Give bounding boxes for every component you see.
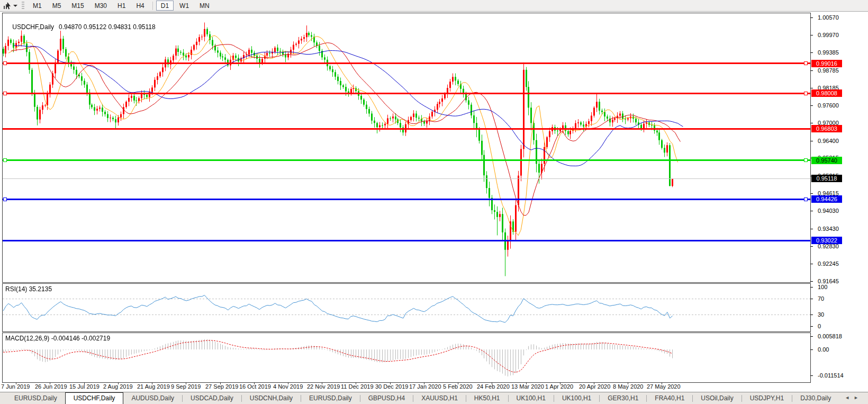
chart-tab-eurusd-daily-5[interactable]: EURUSD,Daily <box>301 393 360 404</box>
price-tick-mark <box>810 88 813 88</box>
timeframe-button-d1[interactable]: D1 <box>156 1 174 11</box>
price-tick-mark <box>810 35 813 35</box>
price-tick-mark <box>810 70 813 71</box>
chart-tab-audusd-daily-2[interactable]: AUDUSD,Daily <box>123 393 182 404</box>
macd-label: MACD(12,26,9) -0.004146 -0.002719 <box>5 335 110 342</box>
price-level-line-0.93022[interactable] <box>3 240 810 241</box>
current-price-line <box>3 178 810 179</box>
chart-tab-uk100-h1-10[interactable]: UK100,H1 <box>554 393 599 404</box>
rsi-tick: 100 <box>818 284 827 290</box>
date-label: 13 Mar 2020 <box>511 383 544 390</box>
timeframe-button-w1[interactable]: W1 <box>175 1 194 11</box>
price-level-line-0.96803[interactable] <box>3 128 810 130</box>
price-level-line-0.9574[interactable] <box>3 159 810 161</box>
price-tick: 0.99970 <box>818 32 839 38</box>
timeframe-button-mn[interactable]: MN <box>195 1 214 11</box>
chart-tab-usdcad-daily-3[interactable]: USDCAD,Daily <box>183 393 241 404</box>
timeframe-button-m5[interactable]: M5 <box>48 1 66 11</box>
price-level-line-0.99016[interactable] <box>3 62 810 64</box>
line-handle[interactable] <box>3 61 7 65</box>
chart-tab-usdcnh-daily-4[interactable]: USDCNH,Daily <box>242 393 301 404</box>
chart-tab-usdchf-daily-1[interactable]: USDCHF,Daily <box>65 392 124 404</box>
date-label: 1 Apr 2020 <box>545 383 573 390</box>
rsi-tick-mark <box>810 287 813 288</box>
date-label: 26 Jun 2019 <box>35 383 67 390</box>
macd-canvas[interactable] <box>3 333 810 382</box>
chart-tab-usoil-daily-13[interactable]: USOil,Daily <box>693 393 741 404</box>
toolbar: M1M5M15M30H1H4D1W1MN <box>0 0 868 12</box>
price-tick: 0.98785 <box>818 68 839 74</box>
toolbar-grip[interactable] <box>22 2 24 10</box>
line-handle[interactable] <box>3 197 7 201</box>
date-label: 20 Apr 2020 <box>579 383 610 390</box>
chart-tab-eurusd-daily-0[interactable]: EURUSD,Daily <box>6 393 65 404</box>
rsi-tick-mark <box>810 326 813 327</box>
price-badge-0.95740: 0.95740 <box>811 157 842 164</box>
timeframe-button-m1[interactable]: M1 <box>28 1 47 11</box>
timeframe-button-h1[interactable]: H1 <box>113 1 130 11</box>
line-handle[interactable] <box>3 158 7 162</box>
line-handle[interactable] <box>3 92 7 95</box>
line-handle[interactable] <box>804 158 808 162</box>
tab-scroll-right-icon[interactable]: ► <box>854 395 863 400</box>
date-label: 22 Nov 2019 <box>307 383 340 390</box>
macd-tick-mark <box>810 375 813 376</box>
rsi-tick: 70 <box>818 296 824 302</box>
price-tick-mark <box>810 246 813 247</box>
chart-tab-usdjpy-h1-14[interactable]: USDJPY,H1 <box>742 393 792 404</box>
macd-tick: 0.00 <box>818 347 829 353</box>
price-tick-mark <box>810 211 813 211</box>
rsi-tick: 0 <box>818 324 821 329</box>
price-tick-mark <box>810 141 813 141</box>
chart-tab-fra40-h1-12[interactable]: FRA40,H1 <box>647 393 692 404</box>
chart-tab-ger30-h1-11[interactable]: GER30,H1 <box>600 393 646 404</box>
price-tick: 0.93430 <box>818 226 839 232</box>
price-tick-mark <box>810 264 813 264</box>
price-tick: 0.94030 <box>818 208 839 214</box>
price-badge-0.96803: 0.96803 <box>811 125 842 132</box>
rsi-tick-mark <box>810 299 813 299</box>
timeframe-button-group: M1M5M15M30H1H4D1W1MN <box>28 1 215 11</box>
date-label: 21 Aug 2019 <box>137 383 170 390</box>
date-label: 9 Sep 2019 <box>171 383 201 390</box>
price-level-line-0.98008[interactable] <box>3 93 810 94</box>
date-label: 15 Jul 2019 <box>69 383 100 390</box>
line-handle[interactable] <box>804 197 808 201</box>
chevron-down-icon[interactable] <box>13 5 17 7</box>
date-label: 27 Sep 2019 <box>205 383 238 390</box>
price-badge-0.99016: 0.99016 <box>811 60 842 67</box>
timeframe-button-m15[interactable]: M15 <box>67 1 88 11</box>
date-label: 7 Jun 2019 <box>1 383 30 390</box>
price-tick: 0.99385 <box>818 50 839 56</box>
chart-tab-gbpusd-h4-6[interactable]: GBPUSD,H4 <box>360 393 413 404</box>
line-handle[interactable] <box>804 61 808 65</box>
price-badge-0.93022: 0.93022 <box>811 237 842 244</box>
price-level-line-0.94426[interactable] <box>3 199 810 200</box>
tab-scroll-left-icon[interactable]: ◄ <box>845 395 854 400</box>
chart-title: USDCHF,Daily0.94870 0.95122 0.94831 0.95… <box>5 16 156 38</box>
price-badge-0.98008: 0.98008 <box>811 89 842 97</box>
price-tick-mark <box>810 17 813 18</box>
chart-tab-dj30-daily-15[interactable]: DJ30,Daily <box>792 393 839 404</box>
price-tick: 0.92245 <box>818 261 839 267</box>
chart-tab-uk100-h1-9[interactable]: UK100,H1 <box>509 393 554 404</box>
date-label: 4 Nov 2019 <box>273 383 303 390</box>
macd-tick: -0.011514 <box>818 373 844 379</box>
timeframe-button-m30[interactable]: M30 <box>90 1 112 11</box>
line-handle[interactable] <box>804 92 808 95</box>
date-label: 27 May 2020 <box>647 383 681 390</box>
price-tick: 0.92830 <box>818 244 839 249</box>
date-label: 2 Aug 2019 <box>103 383 133 390</box>
chart-cursor-icon[interactable] <box>2 1 12 11</box>
price-tick: 0.97600 <box>818 103 839 109</box>
date-label: 8 May 2020 <box>613 383 643 390</box>
date-label: 11 Dec 2019 <box>341 383 374 390</box>
timeframe-button-h4[interactable]: H4 <box>131 1 149 11</box>
chart-tab-xauusd-h1-7[interactable]: XAUUSD,H1 <box>413 393 466 404</box>
tab-scroll-arrows[interactable]: ◄► <box>845 395 863 400</box>
chart-tab-bar: EURUSD,DailyUSDCHF,DailyAUDUSD,DailyUSDC… <box>0 392 868 404</box>
rsi-label: RSI(14) 35.2135 <box>5 285 52 293</box>
chart-tab-hk50-h1-8[interactable]: HK50,H1 <box>466 393 508 404</box>
rsi-canvas[interactable] <box>3 284 810 331</box>
price-chart-canvas[interactable] <box>3 13 810 282</box>
